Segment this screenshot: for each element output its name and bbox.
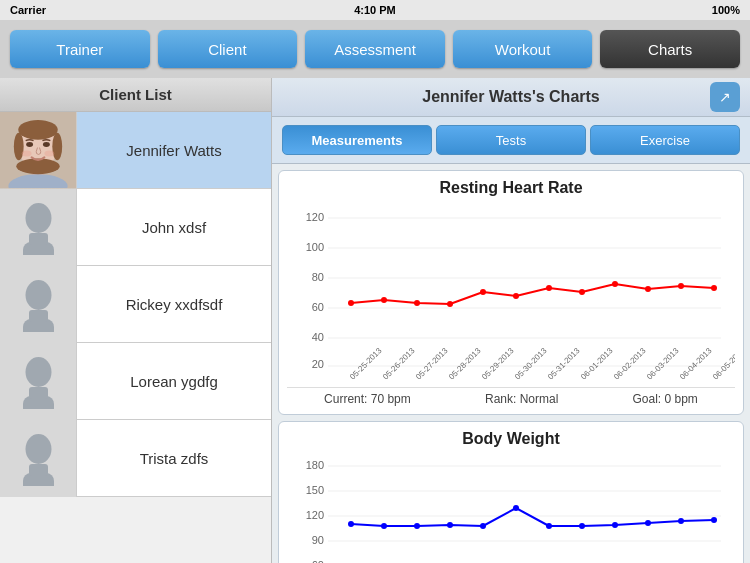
svg-point-72: [348, 521, 354, 527]
assessment-button[interactable]: Assessment: [305, 30, 445, 68]
svg-text:05-28-2013: 05-28-2013: [447, 346, 483, 382]
svg-text:120: 120: [306, 509, 324, 521]
svg-text:06-03-2013: 06-03-2013: [645, 346, 681, 382]
svg-text:20: 20: [312, 358, 324, 370]
svg-point-52: [480, 289, 486, 295]
charts-header: Jennifer Watts's Charts ↗: [272, 78, 750, 117]
avatar-trista: [0, 420, 77, 497]
avatar-rickey: [0, 266, 77, 343]
carrier-label: Carrier: [10, 4, 46, 16]
svg-text:06-01-2013: 06-01-2013: [579, 346, 615, 382]
svg-point-74: [414, 523, 420, 529]
client-item-jennifer[interactable]: Jennifer Watts: [0, 112, 271, 189]
client-button[interactable]: Client: [158, 30, 298, 68]
current-value: Current: 70 bpm: [324, 392, 411, 406]
svg-point-77: [513, 505, 519, 511]
client-name-trista: Trista zdfs: [77, 450, 271, 467]
rank-value: Rank: Normal: [485, 392, 558, 406]
svg-text:05-25-2013: 05-25-2013: [348, 346, 384, 382]
svg-point-18: [25, 357, 51, 387]
body-weight-card: Body Weight 180 150 120 90 60 30: [278, 421, 744, 563]
battery-label: 100%: [712, 4, 740, 16]
svg-point-10: [22, 150, 32, 156]
svg-rect-20: [29, 387, 48, 399]
resting-heart-rate-card: Resting Heart Rate 120 100 80 60 40 20: [278, 170, 744, 415]
export-icon[interactable]: ↗: [710, 82, 740, 112]
workout-button[interactable]: Workout: [453, 30, 593, 68]
svg-point-4: [18, 120, 57, 140]
svg-point-73: [381, 523, 387, 529]
resting-heart-rate-footer: Current: 70 bpm Rank: Normal Goal: 0 bpm: [287, 387, 735, 406]
svg-text:80: 80: [312, 271, 324, 283]
client-name-lorean: Lorean ygdfg: [77, 373, 271, 390]
svg-point-59: [711, 285, 717, 291]
svg-point-51: [447, 301, 453, 307]
client-item-trista[interactable]: Trista zdfs: [0, 420, 271, 497]
svg-point-12: [25, 203, 51, 233]
jennifer-photo: [0, 112, 76, 188]
charts-button[interactable]: Charts: [600, 30, 740, 68]
svg-rect-23: [29, 464, 48, 476]
svg-text:60: 60: [312, 301, 324, 313]
time-label: 4:10 PM: [354, 4, 396, 16]
avatar-jennifer: [0, 112, 77, 189]
client-item-lorean[interactable]: Lorean ygdfg: [0, 343, 271, 420]
goal-value: Goal: 0 bpm: [633, 392, 698, 406]
svg-point-76: [480, 523, 486, 529]
tab-tests[interactable]: Tests: [436, 125, 586, 155]
svg-text:60: 60: [312, 559, 324, 563]
client-item-rickey[interactable]: Rickey xxdfsdf: [0, 266, 271, 343]
svg-text:06-05-2013: 06-05-2013: [711, 346, 735, 382]
svg-point-78: [546, 523, 552, 529]
svg-point-48: [348, 300, 354, 306]
svg-point-50: [414, 300, 420, 306]
charts-title: Jennifer Watts's Charts: [422, 88, 599, 106]
lorean-silhouette: [11, 354, 66, 409]
client-item-john[interactable]: John xdsf: [0, 189, 271, 266]
svg-point-21: [25, 434, 51, 464]
svg-point-5: [14, 133, 24, 161]
svg-text:40: 40: [312, 331, 324, 343]
body-weight-title: Body Weight: [287, 430, 735, 448]
resting-heart-rate-chart-area: 120 100 80 60 40 20 05-2: [287, 203, 735, 383]
trista-silhouette: [11, 431, 66, 486]
svg-text:05-26-2013: 05-26-2013: [381, 346, 417, 382]
svg-point-80: [612, 522, 618, 528]
charts-tabs: Measurements Tests Exercise: [272, 117, 750, 164]
charts-content: Resting Heart Rate 120 100 80 60 40 20: [272, 164, 750, 563]
resting-heart-rate-svg: 120 100 80 60 40 20 05-2: [287, 203, 735, 383]
svg-point-55: [579, 289, 585, 295]
client-name-john: John xdsf: [77, 219, 271, 236]
client-list-panel: Client List: [0, 78, 272, 563]
tab-measurements[interactable]: Measurements: [282, 125, 432, 155]
svg-point-15: [25, 280, 51, 310]
body-weight-svg: 180 150 120 90 60 30: [287, 454, 735, 563]
svg-point-56: [612, 281, 618, 287]
svg-point-8: [26, 142, 33, 147]
charts-panel: Jennifer Watts's Charts ↗ Measurements T…: [272, 78, 750, 563]
svg-point-82: [678, 518, 684, 524]
svg-rect-14: [29, 233, 48, 245]
avatar-lorean: [0, 343, 77, 420]
tab-exercise[interactable]: Exercise: [590, 125, 740, 155]
svg-text:05-30-2013: 05-30-2013: [513, 346, 549, 382]
svg-text:05-31-2013: 05-31-2013: [546, 346, 582, 382]
client-name-jennifer: Jennifer Watts: [77, 142, 271, 159]
svg-point-53: [513, 293, 519, 299]
svg-text:120: 120: [306, 211, 324, 223]
svg-text:06-04-2013: 06-04-2013: [678, 346, 714, 382]
svg-rect-17: [29, 310, 48, 322]
trainer-button[interactable]: Trainer: [10, 30, 150, 68]
svg-point-49: [381, 297, 387, 303]
nav-bar: Trainer Client Assessment Workout Charts: [0, 20, 750, 78]
svg-point-75: [447, 522, 453, 528]
svg-point-79: [579, 523, 585, 529]
client-list-header: Client List: [0, 78, 271, 112]
resting-heart-rate-title: Resting Heart Rate: [287, 179, 735, 197]
avatar-john: [0, 189, 77, 266]
john-silhouette: [11, 200, 66, 255]
svg-point-58: [678, 283, 684, 289]
svg-text:05-29-2013: 05-29-2013: [480, 346, 516, 382]
svg-point-11: [44, 150, 54, 156]
svg-point-83: [711, 517, 717, 523]
